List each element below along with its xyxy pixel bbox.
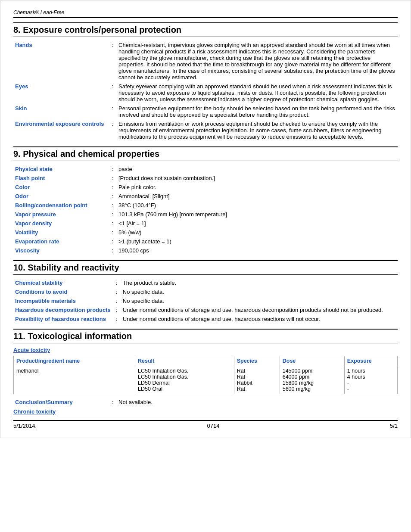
prop-value: 5% (w/w) — [117, 228, 398, 237]
prop-label: Hands — [13, 40, 108, 82]
property-row: Physical state : paste — [13, 165, 398, 174]
property-row: Evaporation rate : >1 (butyl acetate = 1… — [13, 237, 398, 246]
property-row: Flash point : [Product does not sustain … — [13, 174, 398, 183]
section-8: 8. Exposure controls/personal protection… — [13, 22, 398, 141]
cell-result: LC50 Inhalation Gas.LC50 Inhalation Gas.… — [135, 366, 234, 394]
prop-value: 190,000 cps — [117, 246, 398, 255]
page-container: Chemask® Lead-Free 8. Exposure controls/… — [0, 0, 411, 438]
section-9-title: 9. Physical and chemical properties — [13, 146, 398, 161]
property-row: Color : Pale pink color. — [13, 183, 398, 192]
prop-label: Chemical stability — [13, 278, 112, 287]
property-row: Conditions to avoid : No specific data. — [13, 287, 398, 296]
prop-value: Ammoniacal. [Slight] — [117, 192, 398, 201]
prop-label: Hazardous decomposition products — [13, 305, 112, 314]
prop-value: 38°C (100.4°F) — [117, 201, 398, 210]
prop-value: Under normal conditions of storage and u… — [121, 305, 398, 314]
footer-date: 5/1/2014. — [13, 423, 37, 429]
chronic-toxicity-link[interactable]: Chronic toxicity — [13, 408, 56, 415]
prop-value: No specific data. — [121, 287, 398, 296]
prop-label: Volatility — [13, 228, 108, 237]
property-row: Viscosity : 190,000 cps — [13, 246, 398, 255]
prop-colon: : — [108, 201, 117, 210]
section-10: 10. Stability and reactivity Chemical st… — [13, 260, 398, 324]
toxicity-table: Product/ingredient name Result Species D… — [13, 356, 398, 394]
cell-product: methanol — [14, 366, 135, 394]
prop-colon: : — [112, 305, 121, 314]
prop-label: Environmental exposure controls — [13, 119, 108, 141]
prop-colon: : — [108, 174, 117, 183]
property-row: Eyes : Safety eyewear complying with an … — [13, 82, 398, 104]
prop-value: Emissions from ventilation or work proce… — [117, 119, 398, 141]
section-11-title: 11. Toxicological information — [13, 329, 398, 343]
property-row: Boiling/condensation point : 38°C (100.4… — [13, 201, 398, 210]
cell-dose: 145000 ppm64000 ppm15800 mg/kg5600 mg/kg — [280, 366, 344, 394]
prop-value: Safety eyewear complying with an approve… — [117, 82, 398, 104]
prop-label: Color — [13, 183, 108, 192]
prop-colon: : — [108, 183, 117, 192]
prop-colon: : — [112, 278, 121, 287]
prop-label: Boiling/condensation point — [13, 201, 108, 210]
prop-value: Chemical-resistant, impervious gloves co… — [117, 40, 398, 82]
conclusion-row: Conclusion/Summary : Not available. — [13, 398, 398, 407]
conclusion-table: Conclusion/Summary : Not available. — [13, 398, 398, 407]
footer: 5/1/2014. 0714 5/1 — [13, 420, 398, 429]
prop-value: Personal protective equipment for the bo… — [117, 104, 398, 119]
prop-label: Viscosity — [13, 246, 108, 255]
prop-colon: : — [112, 287, 121, 296]
prop-colon: : — [108, 104, 117, 119]
col-result: Result — [135, 356, 234, 366]
prop-colon: : — [108, 192, 117, 201]
property-row: Hazardous decomposition products : Under… — [13, 305, 398, 314]
acute-toxicity-link[interactable]: Acute toxicity — [13, 347, 50, 353]
prop-label: Vapor pressure — [13, 210, 108, 219]
property-row: Environmental exposure controls : Emissi… — [13, 119, 398, 141]
prop-value: Pale pink color. — [117, 183, 398, 192]
prop-value: Under normal conditions of storage and u… — [121, 314, 398, 324]
prop-value: >1 (butyl acetate = 1) — [117, 237, 398, 246]
prop-label: Possibility of hazardous reactions — [13, 314, 112, 324]
prop-label: Vapor density — [13, 219, 108, 228]
property-row: Possibility of hazardous reactions : Und… — [13, 314, 398, 324]
prop-colon: : — [108, 219, 117, 228]
col-product: Product/ingredient name — [14, 356, 135, 366]
prop-colon: : — [108, 210, 117, 219]
footer-page: 5/1 — [390, 423, 398, 429]
product-name: Chemask® Lead-Free — [13, 9, 64, 16]
section-9: 9. Physical and chemical properties Phys… — [13, 146, 398, 255]
section-9-table: Physical state : paste Flash point : [Pr… — [13, 165, 398, 255]
conclusion-value: Not available. — [117, 398, 398, 407]
prop-colon: : — [108, 237, 117, 246]
property-row: Volatility : 5% (w/w) — [13, 228, 398, 237]
prop-value: 101.3 kPa (760 mm Hg) [room temperature] — [117, 210, 398, 219]
prop-label: Incompatible materials — [13, 296, 112, 305]
prop-label: Physical state — [13, 165, 108, 174]
conclusion-colon: : — [108, 398, 117, 407]
prop-label: Conditions to avoid — [13, 287, 112, 296]
prop-colon: : — [112, 314, 121, 324]
prop-value: <1 [Air = 1] — [117, 219, 398, 228]
prop-label: Skin — [13, 104, 108, 119]
conclusion-label: Conclusion/Summary — [13, 398, 108, 407]
prop-value: The product is stable. — [121, 278, 398, 287]
col-species: Species — [234, 356, 280, 366]
section-10-table: Chemical stability : The product is stab… — [13, 278, 398, 324]
property-row: Chemical stability : The product is stab… — [13, 278, 398, 287]
prop-colon: : — [108, 228, 117, 237]
prop-label: Eyes — [13, 82, 108, 104]
property-row: Incompatible materials : No specific dat… — [13, 296, 398, 305]
prop-value: [Product does not sustain combustion.] — [117, 174, 398, 183]
property-row: Vapor pressure : 101.3 kPa (760 mm Hg) [… — [13, 210, 398, 219]
prop-colon: : — [108, 40, 117, 82]
property-row: Odor : Ammoniacal. [Slight] — [13, 192, 398, 201]
cell-exposure: 1 hours4 hours-- — [344, 366, 397, 394]
property-row: Skin : Personal protective equipment for… — [13, 104, 398, 119]
property-row: Hands : Chemical-resistant, impervious g… — [13, 40, 398, 82]
property-row: Vapor density : <1 [Air = 1] — [13, 219, 398, 228]
section-11: 11. Toxicological information Acute toxi… — [13, 329, 398, 415]
prop-colon: : — [108, 246, 117, 255]
prop-colon: : — [108, 119, 117, 141]
section-10-title: 10. Stability and reactivity — [13, 260, 398, 275]
table-row: methanol LC50 Inhalation Gas.LC50 Inhala… — [14, 366, 398, 394]
prop-label: Odor — [13, 192, 108, 201]
cell-species: RatRatRabbitRat — [234, 366, 280, 394]
